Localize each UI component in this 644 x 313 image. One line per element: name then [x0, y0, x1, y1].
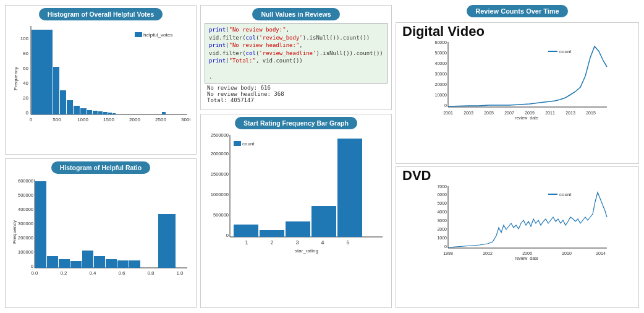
- svg-text:100: 100: [20, 36, 29, 41]
- svg-text:10000: 10000: [435, 93, 447, 97]
- svg-rect-56: [158, 214, 176, 268]
- svg-rect-24: [98, 111, 103, 114]
- null-values-title: Null Values in Reviews: [252, 8, 339, 20]
- svg-text:1500000: 1500000: [211, 171, 229, 177]
- svg-rect-73: [286, 221, 310, 237]
- svg-rect-29: [135, 32, 142, 37]
- svg-text:count: count: [242, 141, 255, 147]
- null-values-code: print("No review body:", vid.filter(col(…: [205, 23, 388, 84]
- null-values-box: Null Values in Reviews print("No review …: [200, 5, 392, 110]
- svg-text:2: 2: [270, 239, 273, 246]
- svg-text:60: 60: [23, 66, 28, 71]
- svg-text:300000: 300000: [18, 221, 33, 226]
- hist-helpful-votes-chart: 0 20 40 60 80 100 0 500 1000 1500 2000 2…: [11, 23, 190, 131]
- svg-text:2000: 2000: [129, 117, 140, 122]
- null-values-output: No review body: 616 No review headline: …: [205, 84, 388, 105]
- svg-rect-55: [129, 260, 140, 268]
- svg-text:6000: 6000: [437, 192, 447, 197]
- svg-text:2003: 2003: [464, 111, 473, 115]
- star-rating-box: Start Rating Frequency Bar Graph 0 50000…: [200, 114, 392, 308]
- hist-helpful-votes-title: Histogram of Overall Helpful Votes: [39, 8, 163, 20]
- svg-text:0: 0: [444, 244, 447, 249]
- svg-text:0: 0: [31, 264, 33, 269]
- svg-rect-49: [59, 259, 70, 268]
- svg-text:Frequency: Frequency: [12, 220, 17, 244]
- svg-text:2006: 2006: [522, 251, 532, 255]
- svg-text:2015: 2015: [586, 111, 596, 115]
- svg-rect-74: [311, 206, 336, 237]
- digital-video-chart: 0 10000 20000 30000 40000 50000 60000 20…: [425, 39, 610, 119]
- svg-text:600000: 600000: [18, 178, 33, 184]
- svg-text:500000: 500000: [18, 192, 33, 198]
- svg-rect-23: [93, 111, 98, 114]
- svg-rect-26: [108, 113, 112, 114]
- svg-text:400000: 400000: [18, 207, 33, 212]
- svg-text:50000: 50000: [435, 51, 447, 55]
- svg-text:100000: 100000: [18, 249, 33, 255]
- svg-rect-20: [74, 106, 80, 114]
- svg-rect-50: [70, 261, 82, 268]
- svg-rect-22: [87, 110, 92, 114]
- svg-text:3: 3: [295, 239, 299, 246]
- svg-rect-21: [80, 108, 87, 114]
- left-column: Histogram of Overall Helpful Votes 0 20 …: [5, 5, 197, 308]
- svg-text:3000: 3000: [181, 117, 190, 122]
- svg-text:20: 20: [23, 95, 28, 101]
- svg-rect-54: [117, 260, 129, 268]
- svg-text:0.0: 0.0: [31, 270, 38, 276]
- svg-text:2002: 2002: [483, 251, 493, 255]
- svg-text:1998: 1998: [443, 251, 453, 255]
- svg-text:2000: 2000: [437, 227, 447, 231]
- svg-text:500: 500: [53, 117, 61, 122]
- svg-text:0.6: 0.6: [118, 270, 125, 276]
- svg-rect-27: [112, 113, 116, 114]
- svg-text:200000: 200000: [18, 235, 33, 241]
- svg-text:count: count: [559, 192, 572, 197]
- svg-rect-75: [337, 139, 362, 237]
- svg-rect-18: [60, 90, 66, 114]
- svg-rect-53: [106, 259, 117, 268]
- svg-rect-52: [94, 256, 105, 268]
- svg-text:2005: 2005: [484, 111, 494, 115]
- svg-rect-71: [234, 225, 258, 237]
- svg-text:0.2: 0.2: [60, 270, 67, 276]
- svg-text:review_date: review_date: [515, 256, 538, 260]
- star-rating-title: Start Rating Frequency Bar Graph: [235, 117, 357, 129]
- svg-text:4: 4: [321, 239, 324, 246]
- svg-text:2010: 2010: [562, 251, 572, 255]
- svg-text:0: 0: [444, 103, 447, 108]
- svg-text:count: count: [559, 49, 572, 54]
- svg-text:1000: 1000: [437, 236, 447, 240]
- svg-rect-76: [234, 141, 241, 146]
- svg-text:helpful_votes: helpful_votes: [143, 32, 172, 38]
- svg-text:2014: 2014: [596, 251, 606, 255]
- dvd-chart: 0 1000 2000 3000 4000 5000 6000 7000 199…: [425, 183, 610, 260]
- hist-helpful-ratio-title: Histogram of Helpful Ratio: [51, 161, 150, 174]
- digital-video-box: Digital Video 0 10000 20000 30000 40000 …: [396, 22, 639, 164]
- svg-text:2001: 2001: [443, 111, 453, 115]
- svg-text:2013: 2013: [566, 111, 575, 115]
- hist-helpful-ratio-box: Histogram of Helpful Ratio 0 100000 2000…: [5, 158, 197, 308]
- svg-text:0: 0: [26, 110, 29, 116]
- svg-text:1000: 1000: [77, 117, 88, 122]
- svg-text:review_date: review_date: [515, 116, 538, 119]
- svg-text:1500: 1500: [103, 117, 114, 122]
- svg-text:2500000: 2500000: [211, 132, 229, 138]
- svg-text:0.4: 0.4: [89, 270, 96, 276]
- svg-text:star_rating: star_rating: [295, 248, 318, 254]
- svg-text:1.0: 1.0: [176, 270, 184, 276]
- svg-text:20000: 20000: [435, 82, 447, 87]
- star-rating-chart: 0 500000 1000000 1500000 2000000 2500000…: [206, 132, 386, 255]
- svg-text:2500: 2500: [155, 117, 166, 122]
- svg-text:30000: 30000: [435, 72, 447, 76]
- svg-text:0: 0: [226, 233, 229, 238]
- svg-text:5000: 5000: [437, 201, 447, 205]
- svg-rect-16: [32, 30, 53, 114]
- svg-rect-48: [47, 256, 58, 268]
- dvd-label: DVD: [402, 168, 431, 183]
- svg-text:80: 80: [23, 51, 28, 56]
- review-counts-title: Review Counts Over Time: [467, 5, 568, 17]
- svg-text:3000: 3000: [437, 218, 447, 223]
- svg-text:Frequency: Frequency: [13, 67, 19, 90]
- middle-column: Null Values in Reviews print("No review …: [200, 5, 392, 308]
